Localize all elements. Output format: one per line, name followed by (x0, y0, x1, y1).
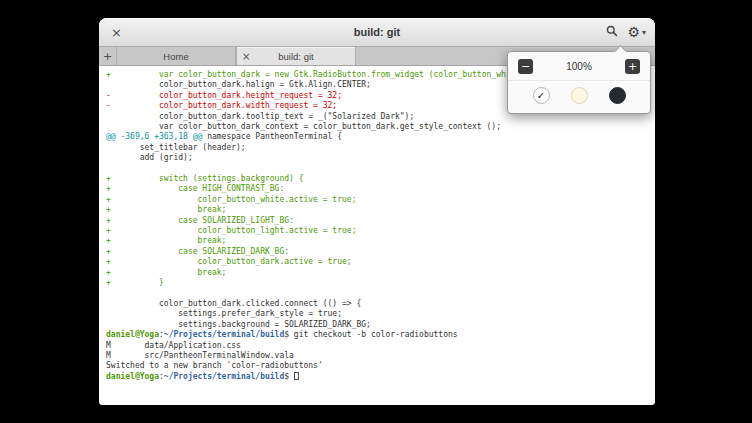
terminal-output[interactable]: + var color_button_dark = new Gtk.RadioB… (99, 67, 655, 405)
terminal-line: + case SOLARIZED_DARK_BG: (106, 247, 655, 257)
search-button[interactable] (606, 25, 618, 40)
terminal-line: daniel@Yoga:~/Projects/terminal/build$ (106, 372, 655, 382)
terminal-line: + case HIGH_CONTRAST_BG: (106, 184, 655, 194)
terminal-line: Switched to a new branch 'color-radiobut… (106, 361, 655, 371)
terminal-cursor (294, 372, 299, 380)
chevron-down-icon: ▾ (642, 28, 646, 37)
terminal-line: daniel@Yoga:~/Projects/terminal/build$ g… (106, 330, 655, 340)
tab-close-icon[interactable]: × (240, 47, 252, 65)
theme-swatch-solarized-dark[interactable] (609, 87, 626, 104)
terminal-line: + break; (106, 236, 655, 246)
terminal-line: + color_button_light.active = true; (106, 226, 655, 236)
terminal-line (106, 164, 655, 174)
search-icon (606, 25, 618, 40)
theme-swatches: ✓ (508, 80, 650, 113)
terminal-line: var color_button_dark_context = color_bu… (106, 122, 655, 132)
tab-build-git[interactable]: × build: git (236, 47, 356, 65)
terminal-line: + case SOLARIZED_LIGHT_BG: (106, 216, 655, 226)
theme-swatch-high-contrast[interactable]: ✓ (533, 87, 550, 104)
new-tab-button[interactable]: + (99, 47, 116, 65)
terminal-line: M src/PantheonTerminalWindow.vala (106, 351, 655, 361)
tab-home-label: Home (163, 51, 188, 62)
settings-menu-button[interactable]: ⚙ ▾ (627, 25, 646, 39)
gear-icon: ⚙ (627, 25, 640, 39)
terminal-line: add (grid); (106, 153, 655, 163)
tab-home[interactable]: Home (116, 47, 236, 65)
window-close-button[interactable]: × (108, 24, 125, 41)
zoom-in-button[interactable]: + (625, 59, 640, 74)
header-bar: × build: git ⚙ ▾ (99, 18, 655, 47)
terminal-line: + break; (106, 268, 655, 278)
terminal-line: + color_button_dark.active = true; (106, 257, 655, 267)
header-actions: ⚙ ▾ (606, 25, 646, 40)
tab-build-git-label: build: git (278, 51, 313, 62)
terminal-line: + break; (106, 205, 655, 215)
theme-swatch-solarized-light[interactable] (571, 87, 588, 104)
terminal-line: color_button_dark.clicked.connect (() =>… (106, 299, 655, 309)
terminal-line: + color_button_white.active = true; (106, 195, 655, 205)
terminal-line: settings.prefer_dark_style = true; (106, 309, 655, 319)
zoom-out-button[interactable]: − (518, 59, 533, 74)
zoom-controls: − 100% + (508, 52, 650, 80)
settings-popover: − 100% + ✓ (507, 51, 651, 114)
terminal-line: set_titlebar (header); (106, 143, 655, 153)
terminal-line: @@ -369,6 +363,18 @@ namespace PantheonT… (106, 132, 655, 142)
terminal-line: settings.background = SOLARIZED_DARK_BG; (106, 320, 655, 330)
terminal-line (106, 289, 655, 299)
terminal-line: + } (106, 278, 655, 288)
window-title: build: git (99, 26, 655, 38)
zoom-level: 100% (566, 61, 592, 72)
terminal-line: M data/Application.css (106, 341, 655, 351)
terminal-line: + switch (settings.background) { (106, 174, 655, 184)
